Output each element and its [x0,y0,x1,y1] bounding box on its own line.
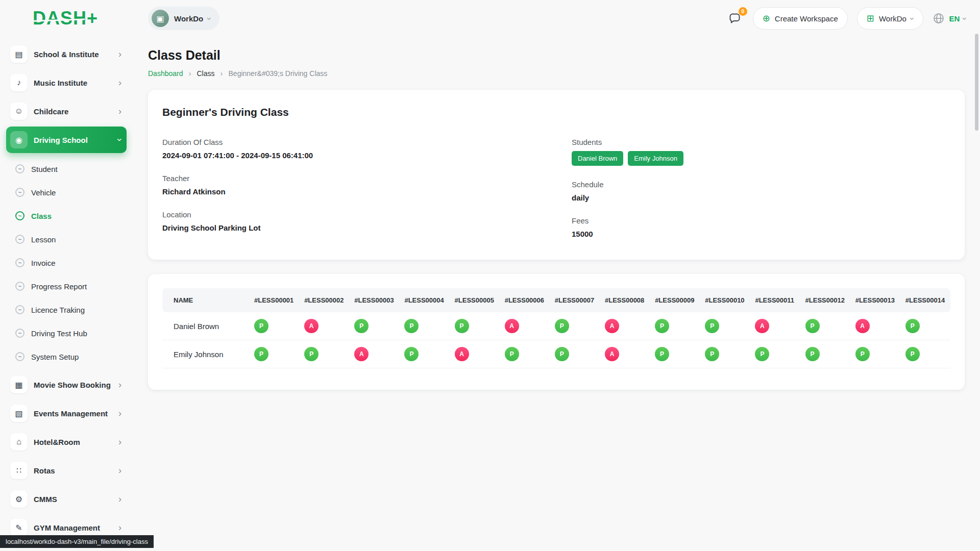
present-mark: P [354,319,369,333]
sidebar-item-music-institute[interactable]: ♪Music Institute› [6,69,127,96]
class-detail-grid: Duration Of Class 2024-09-01 07:41:00 - … [162,138,950,238]
licence-traking-label: Licence Traking [31,306,85,314]
header-actions: 0 ⊕ Create Workspace ⊞ WorkDo › EN › [726,7,967,30]
students-badges: Daniel BrownEmily Johnson [572,151,950,166]
status-bar-url: localhost/workdo-dash-v3/main_file/drivi… [0,535,154,548]
hotel-room-label: Hotel&Room [34,438,112,446]
workspace-switcher[interactable]: ▣ WorkDo › [148,7,219,30]
breadcrumb-current: Beginner&#039;s Driving Class [229,69,328,78]
fees-value: 15000 [572,230,950,238]
breadcrumb-class[interactable]: Class [197,69,215,78]
present-mark: P [905,347,920,361]
students-field: Students Daniel BrownEmily Johnson [572,138,950,166]
present-mark: P [755,347,769,361]
chevron-down-icon: › [961,17,970,20]
sidebar-subitem-lesson[interactable]: ~Lesson [12,228,127,251]
teacher-value: Richard Atkinson [162,187,541,196]
driving-school-icon: ◉ [10,131,28,148]
invoice-label: Invoice [31,259,56,267]
app-switcher-button[interactable]: ⊞ WorkDo › [857,7,924,30]
sidebar-subitem-licence-traking[interactable]: ~Licence Traking [12,298,127,321]
column-header-less00010: #LESS00010 [700,288,750,312]
column-header-less00004: #LESS00004 [399,288,449,312]
students-label: Students [572,138,950,146]
column-header-less00012: #LESS00012 [800,288,850,312]
sidebar-item-cmms[interactable]: ⚙CMMS› [6,486,127,512]
present-mark: P [705,347,719,361]
gym-management-label: GYM Management [34,523,112,532]
messages-button[interactable]: 0 [726,10,744,28]
sidebar-subitem-invoice[interactable]: ~Invoice [12,251,127,274]
table-row: Daniel BrownPAPPPAPAPPAPAP [162,312,950,340]
sidebar-subitem-student[interactable]: ~Student [12,157,127,181]
sidebar-subitem-class[interactable]: ~Class [12,204,127,228]
sidebar-subitem-driving-test-hub[interactable]: ~Driving Test Hub [12,321,127,345]
submenu-bullet-icon: ~ [15,164,24,173]
submenu-bullet-icon: ~ [15,305,24,314]
cmms-icon: ⚙ [10,490,28,508]
music-institute-icon: ♪ [10,74,28,91]
detail-right-column: Students Daniel BrownEmily Johnson Sched… [572,138,950,238]
plus-circle-icon: ⊕ [763,14,770,23]
present-mark: P [505,347,519,361]
sidebar-item-rotas[interactable]: ∷Rotas› [6,457,127,484]
present-mark: P [805,319,820,333]
sidebar-subitem-system-setup[interactable]: ~System Setup [12,345,127,368]
create-workspace-button[interactable]: ⊕ Create Workspace [753,7,848,30]
chevron-down-icon: › [908,17,917,20]
present-mark: P [555,347,569,361]
column-header-less00005: #LESS00005 [450,288,500,312]
column-header-less00002: #LESS00002 [299,288,349,312]
chevron-icon: › [118,466,121,475]
submenu-bullet-icon: ~ [15,329,24,338]
create-workspace-label: Create Workspace [775,14,838,23]
driving-test-hub-label: Driving Test Hub [31,329,87,338]
submenu-bullet-icon: ~ [15,235,24,244]
workspace-avatar-icon: ▣ [152,10,169,27]
location-field: Location Driving School Parking Lot [162,210,541,232]
present-mark: P [655,319,669,333]
movie-show-booking-icon: ▦ [10,376,28,393]
chevron-icon: › [118,380,121,389]
present-mark: P [304,347,318,361]
attendance-card: NAME#LESS00001#LESS00002#LESS00003#LESS0… [148,274,965,390]
present-mark: P [555,319,569,333]
school-institute-icon: ▤ [10,45,28,63]
sidebar-item-movie-show-booking[interactable]: ▦Movie Show Booking› [6,371,127,398]
present-mark: P [655,347,669,361]
chevron-icon: › [118,523,121,532]
present-mark: P [404,319,419,333]
top-header: DASH+ ▣ WorkDo › 0 ⊕ Create Workspace ⊞ … [0,0,980,37]
sidebar-item-school-institute[interactable]: ▤School & Institute› [6,41,127,67]
sidebar-item-events-management[interactable]: ▧Events Management› [6,400,127,427]
column-header-less00006: #LESS00006 [500,288,550,312]
absent-mark: A [354,347,369,361]
driving-school-label: Driving School [34,136,112,144]
present-mark: P [254,347,268,361]
scrollbar-thumb[interactable] [975,34,978,131]
table-row: Emily JohnsonPPAPAPPAPPPPPP [162,340,950,368]
fees-field: Fees 15000 [572,216,950,238]
location-label: Location [162,210,541,219]
sidebar-item-childcare[interactable]: ☺Childcare› [6,98,127,124]
present-mark: P [705,319,719,333]
globe-icon [933,12,945,24]
sidebar-item-hotel-room[interactable]: ⌂Hotel&Room› [6,429,127,455]
sidebar-subitem-progress-report[interactable]: ~Progress Report [12,274,127,298]
detail-left-column: Duration Of Class 2024-09-01 07:41:00 - … [162,138,541,238]
main-content: Class Detail Dashboard › Class › Beginne… [133,37,980,390]
language-selector[interactable]: EN › [933,12,967,24]
present-mark: P [254,319,268,333]
present-mark: P [404,347,419,361]
sidebar-subitem-vehicle[interactable]: ~Vehicle [12,181,127,204]
dash-logo[interactable]: DASH+ [33,8,98,29]
column-header-less00007: #LESS00007 [550,288,600,312]
teacher-field: Teacher Richard Atkinson [162,174,541,196]
grid-icon: ⊞ [867,14,874,23]
sidebar-item-driving-school[interactable]: ◉Driving School› [6,127,127,153]
progress-report-label: Progress Report [31,282,87,291]
lesson-label: Lesson [31,235,56,244]
breadcrumb-dashboard[interactable]: Dashboard [148,69,183,78]
student-name: Emily Johnson [162,340,249,368]
chevron-icon: › [118,494,121,504]
